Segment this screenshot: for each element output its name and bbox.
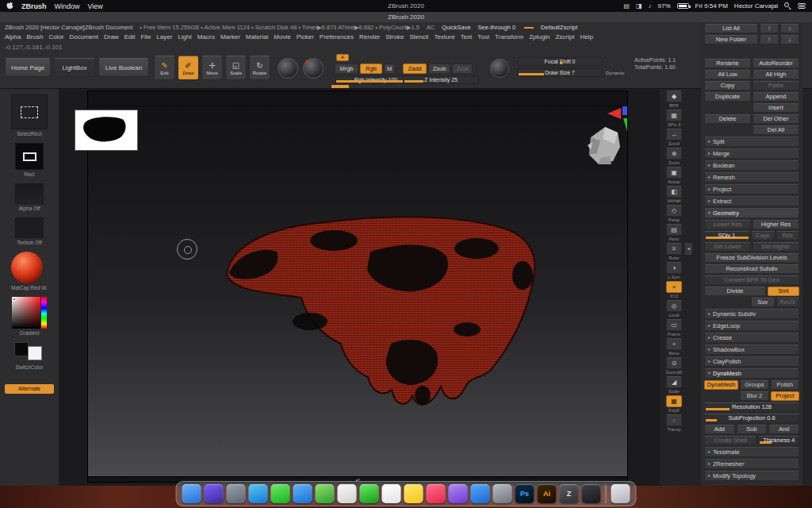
tool-thickness-4-slider[interactable]: Thickness 4 — [758, 436, 799, 445]
palette-section-extract[interactable]: ▸Extract — [704, 196, 799, 206]
rightshelf-ruler[interactable]: ≡Ruler — [663, 243, 685, 260]
tool-polish-button[interactable]: Polish — [771, 380, 799, 390]
tool-autoreorder-button[interactable]: AutoReorder — [753, 59, 799, 68]
tool-append-button[interactable]: Append — [753, 92, 799, 102]
dynamic-label[interactable]: Dynamic — [606, 71, 624, 75]
quicksave-button[interactable]: QuickSave — [442, 24, 470, 31]
rightshelf-zoom3d[interactable]: ⊙Zoom3D — [663, 357, 685, 375]
tool-item-button[interactable]: ↑ — [760, 35, 779, 44]
rightshelf-floor[interactable]: ▤Floor — [663, 224, 685, 241]
rightshelf-persp[interactable]: ◇Persp — [663, 205, 685, 222]
tool-insert-button[interactable]: Insert — [753, 103, 799, 113]
axis-gizmo[interactable] — [607, 106, 628, 136]
zbrush-menu-stroke[interactable]: Stroke — [385, 33, 404, 43]
zbrush-menu-preferences[interactable]: Preferences — [320, 33, 354, 43]
tool-subprojection-0-6-slider[interactable]: SubProjection 0.6 — [704, 414, 799, 423]
tool-reconstruct-subdiv-button[interactable]: Reconstruct Subdiv — [704, 264, 799, 274]
zbrush-menu-material[interactable]: Material — [246, 33, 268, 43]
display-icon[interactable]: ◨ — [636, 2, 642, 10]
switch-color[interactable]: SwitchColor — [13, 342, 46, 370]
current-alpha[interactable]: Alpha Off — [15, 183, 44, 211]
tool-copy-button[interactable]: Copy — [704, 81, 751, 90]
palette-section-modify-topology[interactable]: ▸Modify Topology — [704, 471, 799, 481]
battery-icon[interactable] — [677, 3, 689, 9]
alpha-preview-circle[interactable] — [303, 58, 324, 79]
palette-section-split[interactable]: ▸Split — [704, 137, 799, 147]
tool-item-button[interactable]: ↑ — [760, 24, 779, 33]
tool-and-button[interactable]: And — [768, 425, 799, 434]
dock-notes-icon[interactable] — [404, 484, 423, 503]
apple-menu-icon[interactable] — [6, 1, 13, 11]
mode-edit-button[interactable]: ✎Edit — [154, 56, 175, 80]
m-button[interactable]: M — [384, 64, 395, 74]
dock-system-preferences-icon[interactable] — [493, 484, 512, 503]
dock-safari-icon[interactable] — [249, 484, 268, 503]
dock-music-icon[interactable] — [427, 484, 446, 503]
zbrush-menu-draw[interactable]: Draw — [104, 33, 119, 43]
zbrush-menu-movie[interactable]: Movie — [274, 33, 290, 43]
menubar-menu-zbrush[interactable]: ZBrush — [21, 2, 47, 10]
palette-section-project[interactable]: ▸Project — [704, 184, 799, 194]
zbrush-menu-stencil[interactable]: Stencil — [409, 33, 428, 43]
palette-section-dynamic-subdiv[interactable]: ▸Dynamic Subdiv — [704, 309, 799, 319]
home-page-button[interactable]: Home Page — [5, 58, 51, 77]
current-stroke[interactable]: Rect — [15, 143, 44, 177]
tool-project-button[interactable]: Project — [771, 391, 799, 401]
hue-bar[interactable] — [41, 297, 47, 329]
zbrush-menu-color[interactable]: Color — [48, 33, 63, 43]
rightshelf-scale[interactable]: ◢Scale — [663, 376, 685, 394]
current-brush[interactable]: SelectRect — [11, 94, 48, 137]
palette-section-merge[interactable]: ▸Merge — [704, 148, 799, 159]
tool-resolution-128-slider[interactable]: Resolution 128 — [704, 402, 799, 412]
rightshelf-transp[interactable]: ◌Transp — [663, 414, 685, 432]
zbrush-menu-zscript[interactable]: Zscript — [555, 33, 574, 43]
brush-thumbnail[interactable] — [11, 94, 48, 129]
rightshelf-local[interactable]: ◎Local — [663, 300, 685, 318]
palette-section-remesh[interactable]: ▸Remesh — [704, 172, 799, 183]
tool-sdiv-1-slider[interactable]: SDiv 1 — [704, 231, 749, 241]
dock-podcasts-icon[interactable] — [449, 484, 468, 503]
tool-smt-button[interactable]: Smt — [768, 287, 799, 296]
document-scroll-indicator[interactable] — [331, 85, 349, 88]
saturation-square[interactable] — [12, 297, 40, 329]
texture-thumbnail[interactable] — [15, 217, 44, 238]
dock-zbrush-icon[interactable]: Z — [560, 484, 579, 503]
zbrush-menu-zplugin[interactable]: Zplugin — [529, 33, 550, 43]
rightshelf-polyf[interactable]: ▦PolyF — [663, 395, 685, 413]
rightshelf-frame[interactable]: ▭Frame — [663, 319, 685, 337]
dock-maps-icon[interactable] — [316, 484, 335, 503]
see-through-slider[interactable]: See-through 0 — [478, 24, 516, 31]
stroke-thumbnail[interactable] — [15, 143, 44, 170]
zbrush-menu-brush[interactable]: Brush — [26, 33, 43, 43]
zbrush-menu-alpha[interactable]: Alpha — [5, 33, 21, 43]
lightbox-button[interactable]: LightBox — [54, 58, 95, 77]
tray-divider-arrow[interactable]: ◂ — [685, 243, 692, 255]
tool-del-other-button[interactable]: Del Other — [753, 114, 799, 124]
rightshelf-actual[interactable]: ▣Actual — [663, 167, 685, 184]
secondary-color-swatch[interactable] — [28, 346, 42, 360]
notification-center-icon[interactable] — [798, 3, 806, 9]
tool-list-all-button[interactable]: List All — [704, 24, 758, 33]
palette-section-crease[interactable]: ▸Crease — [704, 333, 799, 343]
sculpt-mesh[interactable] — [215, 202, 548, 429]
draw-size-slider[interactable]: Draw Size 7 — [517, 68, 603, 77]
dock-messages-icon[interactable] — [271, 484, 290, 503]
volume-icon[interactable]: ♪ — [649, 2, 652, 10]
dock-app-store-icon[interactable] — [471, 484, 490, 503]
live-boolean-button[interactable]: Live Boolean — [98, 58, 149, 77]
gradient-picker[interactable] — [12, 297, 47, 329]
rightshelf-zoom[interactable]: ⊕Zoom — [663, 148, 685, 165]
tool-higher-res-button[interactable]: Higher Res — [753, 220, 799, 229]
tool-item-button[interactable]: ↓ — [780, 24, 799, 33]
tool-all-low-button[interactable]: All Low — [704, 70, 751, 79]
zbrush-menu-layer[interactable]: Layer — [156, 33, 172, 43]
tool-all-high-button[interactable]: All High — [753, 70, 799, 79]
stroke-curve-icon[interactable] — [490, 59, 509, 78]
tool-del-all-button[interactable]: Del All — [753, 125, 799, 135]
rightshelf-aahalf[interactable]: ◧AAHalf — [663, 186, 685, 203]
dock-photoshop-icon[interactable]: Ps — [515, 484, 534, 503]
tool-groups-button[interactable]: Groups — [740, 380, 768, 390]
dock-illustrator-icon[interactable]: Ai — [538, 484, 557, 503]
zcut-button[interactable]: Zcut — [452, 64, 473, 74]
tool-rename-button[interactable]: Rename — [704, 59, 751, 68]
